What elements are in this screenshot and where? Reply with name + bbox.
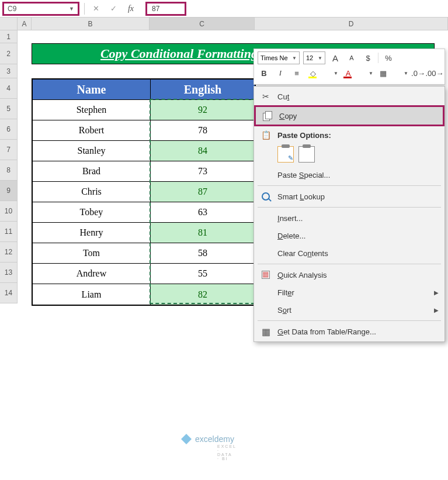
cell-english[interactable]: 63 [151,202,255,223]
row-header[interactable]: 4 [0,78,18,99]
menu-get-data[interactable]: Get Data from Table/Range... [254,323,444,340]
data-table: Name English Stephen92Robert78Stanley84B… [32,78,256,306]
table-row: Andrew55 [33,264,255,284]
table-row: Stanley84 [33,141,255,161]
row-header[interactable]: 8 [0,160,18,181]
menu-separator [258,320,441,321]
cell-english[interactable]: 84 [151,141,255,161]
blank-icon [260,247,272,259]
accept-formula-icon[interactable]: ✓ [107,2,120,15]
font-family-selector[interactable]: Times Ne▼ [258,51,300,64]
italic-button[interactable]: I [274,67,287,80]
row-header[interactable]: 10 [0,201,18,222]
cell-name[interactable]: Liam [33,284,151,305]
col-header-b[interactable]: B [32,18,150,30]
cell-english[interactable]: 55 [151,264,255,284]
menu-filter[interactable]: Filter ▶ [254,284,444,301]
menu-paste-special[interactable]: Paste Special... [254,166,444,184]
increase-decimal-button[interactable]: .0→ [412,67,425,80]
menu-quick-analysis[interactable]: Quick Analysis [254,266,444,284]
table-icon [260,326,272,337]
menu-sort[interactable]: Sort ▶ [254,301,444,319]
menu-smart-lookup[interactable]: Smart Lookup [254,188,444,205]
decrease-decimal-button[interactable]: .00→ [428,67,441,80]
cell-english[interactable]: 87 [151,182,255,202]
name-box-value: C9 [8,5,69,13]
menu-copy[interactable]: Copy [254,105,444,126]
table-row: Robert78 [33,120,255,141]
percent-format-button[interactable]: % [382,51,395,64]
font-size-selector[interactable]: 12▼ [303,51,325,64]
chevron-down-icon[interactable]: ▼ [69,6,74,12]
menu-separator [258,264,441,264]
row-header[interactable]: 2 [0,43,18,64]
cell-name[interactable]: Brad [33,161,151,182]
col-header-c[interactable]: C [150,18,255,30]
cell-english[interactable]: 78 [151,120,255,141]
cell-english[interactable]: 81 [151,223,255,243]
table-row: Liam82 [33,284,255,305]
copy-icon [262,110,273,122]
row-header[interactable]: 7 [0,140,18,160]
menu-separator [258,185,441,186]
chevron-down-icon: ▼ [292,56,297,61]
scissors-icon [260,91,272,102]
table-row: Tom58 [33,243,255,264]
align-button[interactable]: ≡ [290,67,303,80]
paste-options-row [254,144,444,166]
row-header[interactable]: 5 [0,99,18,119]
cell-name[interactable]: Stephen [33,100,151,120]
cell-name[interactable]: Henry [33,223,151,243]
fx-icon[interactable]: fx [124,2,137,15]
row-header[interactable]: 14 [0,283,18,303]
menu-delete[interactable]: Delete... [254,227,444,244]
accounting-format-button[interactable]: $ [362,51,374,64]
row-header[interactable]: 12 [0,242,18,263]
formula-input[interactable]: 87 [145,2,186,16]
submenu-arrow-icon: ▶ [434,307,439,313]
clipboard-icon [260,129,272,141]
row-header[interactable]: 1 [0,30,18,43]
select-all-corner[interactable] [0,18,18,30]
bold-button[interactable]: B [258,67,270,80]
col-header-a[interactable]: A [18,18,32,30]
cancel-formula-icon[interactable]: ✕ [89,2,102,15]
cell-name[interactable]: Tobey [33,202,151,223]
font-color-button[interactable]: A [342,67,355,80]
cell-name[interactable]: Chris [33,182,151,202]
divider [84,3,85,15]
cell-english[interactable]: 92 [151,100,255,120]
cell-english[interactable]: 58 [151,243,255,264]
row-header[interactable]: 13 [0,263,18,283]
column-headers: A B C D [0,18,448,30]
context-menu: Cut Copy Paste Options: Paste Special...… [253,86,445,342]
col-header-d[interactable]: D [255,18,448,30]
cell-english[interactable]: 73 [151,161,255,182]
cell-name[interactable]: Tom [33,243,151,264]
row-header[interactable]: 11 [0,222,18,242]
decrease-font-button[interactable]: A [345,51,358,64]
cell-english[interactable]: 82 [151,284,255,305]
increase-font-button[interactable]: A [329,51,342,64]
header-name: Name [33,80,151,100]
menu-clear-contents[interactable]: Clear Contents [254,244,444,262]
row-header[interactable]: 9 [0,181,18,201]
row-headers: 1 2 3 4 5 6 7 8 9 10 11 12 13 14 [0,30,18,303]
cell-name[interactable]: Stanley [33,141,151,161]
row-header[interactable]: 3 [0,64,18,78]
row-header[interactable]: 6 [0,119,18,140]
fill-color-button[interactable]: ◇ [307,67,319,80]
menu-insert[interactable]: Insert... [254,209,444,227]
search-icon [260,191,272,202]
chevron-down-icon[interactable]: ▼ [404,71,408,76]
border-button[interactable]: ▦ [377,67,390,80]
cell-name[interactable]: Andrew [33,264,151,284]
chevron-down-icon[interactable]: ▼ [334,71,338,76]
blank-icon [260,286,272,298]
cell-name[interactable]: Robert [33,120,151,141]
chevron-down-icon[interactable]: ▼ [369,71,373,76]
paste-option-values-icon[interactable] [298,146,315,163]
name-box[interactable]: C9 ▼ [2,2,79,16]
menu-cut[interactable]: Cut [254,88,444,105]
paste-option-default-icon[interactable] [277,146,294,163]
